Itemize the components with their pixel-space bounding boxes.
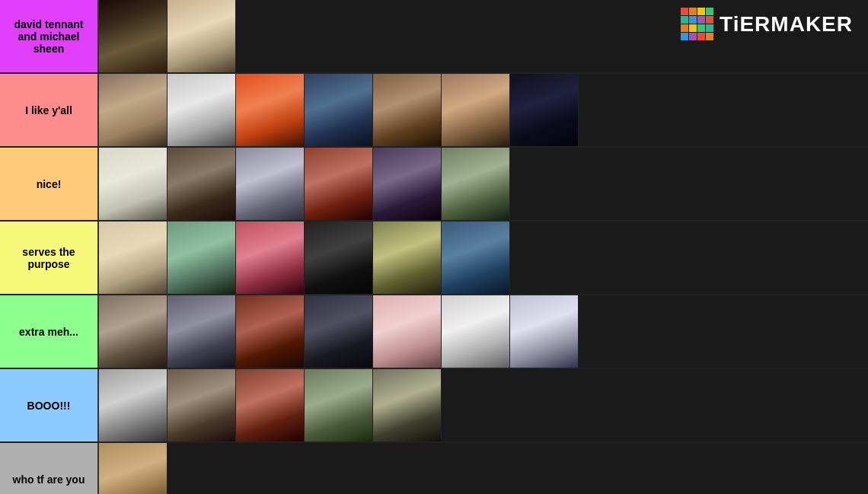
list-item (99, 369, 168, 441)
tier-row-e: BOOO!!! (0, 369, 868, 443)
list-item (168, 74, 236, 146)
tier-items-a (97, 74, 868, 146)
tier-items-d (97, 295, 868, 368)
list-item (305, 369, 373, 441)
tier-label-b: nice! (0, 148, 97, 220)
tier-items-b (97, 148, 868, 220)
tiermaker-logo: TiERMAKER (681, 8, 853, 40)
list-item (305, 148, 373, 220)
list-item (236, 295, 305, 368)
list-item (510, 295, 579, 368)
list-item (373, 295, 442, 368)
tier-items-f (97, 443, 868, 494)
logo-text: TiERMAKER (720, 12, 853, 37)
tier-label-d: extra meh... (0, 295, 97, 368)
tier-label-a: I like y'all (0, 74, 97, 146)
list-item (168, 222, 236, 294)
tier-label-c: serves the purpose (0, 222, 97, 294)
list-item (442, 295, 510, 368)
list-item (99, 222, 168, 294)
list-item (236, 74, 305, 146)
list-item (99, 148, 168, 220)
tier-label-s: david tennant and michael sheen (0, 0, 97, 72)
list-item (510, 74, 579, 146)
tier-label-f: who tf are you (0, 443, 97, 494)
list-item (305, 295, 373, 368)
logo-grid-icon (681, 8, 713, 40)
tier-label-e: BOOO!!! (0, 369, 97, 441)
tier-row-f: who tf are you (0, 443, 868, 494)
list-item (168, 148, 236, 220)
tier-row-a: I like y'all (0, 74, 868, 148)
list-item (236, 222, 305, 294)
tier-items-c (97, 222, 868, 294)
list-item (168, 0, 236, 72)
list-item (236, 369, 305, 441)
list-item (168, 295, 236, 368)
list-item (99, 74, 168, 146)
list-item (442, 148, 510, 220)
list-item (373, 369, 442, 441)
list-item (373, 222, 442, 294)
list-item (373, 148, 442, 220)
list-item (305, 222, 373, 294)
list-item (305, 74, 373, 146)
tier-table: david tennant and michael sheen I like y… (0, 0, 868, 494)
list-item (236, 148, 305, 220)
tier-row-d: extra meh... (0, 295, 868, 369)
tier-row-c: serves the purpose (0, 222, 868, 295)
tier-row-b: nice! (0, 148, 868, 222)
list-item (99, 443, 168, 494)
list-item (442, 222, 510, 294)
list-item (99, 295, 168, 368)
list-item (373, 74, 442, 146)
list-item (442, 74, 510, 146)
list-item (168, 369, 236, 441)
list-item (99, 0, 168, 72)
tier-items-e (97, 369, 868, 441)
